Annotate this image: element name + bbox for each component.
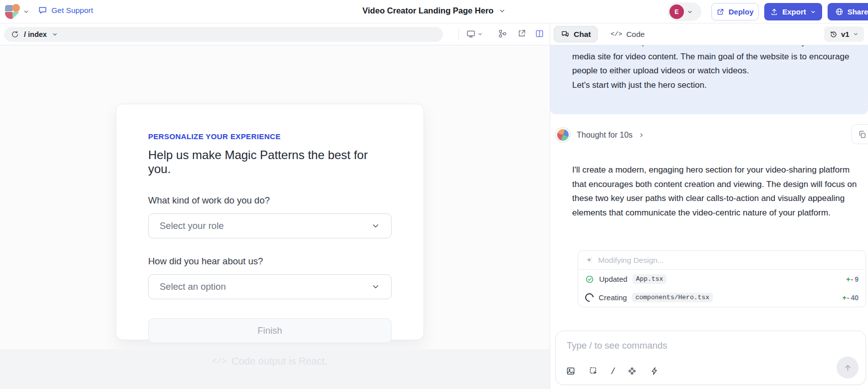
code-tab-label: Code [626, 30, 645, 39]
assistant-avatar [555, 127, 571, 143]
logo-shape [12, 12, 19, 19]
history-icon [830, 30, 838, 38]
chat-bubbles-icon [561, 30, 570, 39]
file-status: Updated [599, 275, 628, 283]
chat-panel: that lets creators upload and share thei… [550, 45, 868, 389]
thought-toggle[interactable]: Thought for 10s [555, 127, 645, 143]
user-message-text: Let's start with just the hero section. [572, 78, 854, 93]
thought-chevron-right-icon [639, 132, 645, 138]
role-select[interactable]: Select your role [148, 213, 392, 238]
deploy-button[interactable]: Deploy [711, 3, 759, 20]
sparkle-icon [585, 256, 593, 264]
magic-patterns-logo[interactable] [5, 4, 20, 19]
external-link-icon [716, 8, 724, 16]
referral-select[interactable]: Select an option [148, 274, 392, 299]
file-row[interactable]: Creating components/Hero.tsx + - 40 [578, 288, 866, 307]
route-bar[interactable]: / index [4, 27, 443, 42]
spinner-icon [584, 292, 596, 304]
diff-count: 9 [855, 275, 859, 283]
logo-shape [5, 12, 12, 19]
route-path: / index [24, 30, 47, 38]
file-progress-card: Modifying Design... Updated App.tsx + - … [578, 250, 866, 307]
deploy-label: Deploy [728, 7, 753, 16]
thought-label: Thought for 10s [577, 131, 633, 140]
share-button[interactable]: Share [828, 3, 868, 20]
version-selector[interactable]: v1 [824, 26, 864, 42]
component-tree-icon [498, 29, 507, 38]
select-element-button[interactable] [589, 366, 599, 376]
copy-message-button[interactable] [852, 124, 868, 144]
page-title: Video Creator Landing Page Hero [363, 6, 494, 15]
top-bar: Get Support Video Creator Landing Page H… [0, 0, 868, 23]
referral-question-label: How did you hear about us? [148, 256, 392, 267]
modal-eyebrow: PERSONALIZE YOUR EXPERIENCE [148, 132, 392, 141]
code-output-note: </> Code output is React. [116, 356, 424, 367]
logo-shape [5, 5, 12, 11]
personalize-modal: PERSONALIZE YOUR EXPERIENCE Help us make… [116, 104, 424, 340]
canvas-footer: </> Code output is React. [0, 349, 550, 389]
support-chat-bubble-icon [38, 5, 47, 15]
code-output-label: Code output is React. [231, 356, 327, 367]
chat-input-box: / [555, 331, 866, 385]
logo-shape [12, 4, 20, 12]
project-title-group[interactable]: Video Creator Landing Page Hero [363, 6, 506, 15]
globe-icon [835, 7, 844, 16]
attach-image-button[interactable] [566, 366, 576, 376]
upload-icon [770, 8, 778, 16]
get-support-label: Get Support [51, 6, 93, 15]
finish-button[interactable]: Finish [148, 318, 392, 343]
open-in-new-button[interactable] [517, 29, 526, 38]
components-button[interactable] [627, 366, 637, 376]
user-message-text: that lets creators upload and share thei… [572, 45, 854, 78]
send-button[interactable] [837, 357, 859, 379]
role-select-placeholder: Select your role [160, 220, 224, 231]
export-chevron-down-icon [810, 9, 816, 15]
open-in-new-icon [517, 29, 526, 38]
title-chevron-down-icon [498, 7, 505, 14]
toolbar: / index Chat </> Code [0, 23, 868, 45]
export-button[interactable]: Export [764, 3, 822, 20]
split-layout-button[interactable] [535, 29, 544, 38]
columns-layout-icon [535, 29, 544, 38]
file-name-chip: App.tsx [633, 274, 667, 284]
share-label: Share [848, 7, 868, 16]
version-label: v1 [841, 30, 850, 38]
quick-actions-button[interactable] [650, 367, 659, 376]
diff-removed: - [847, 294, 850, 302]
file-row[interactable]: Updated App.tsx + - 9 [578, 270, 866, 288]
progress-header: Modifying Design... [578, 251, 866, 270]
user-message: that lets creators upload and share thei… [550, 45, 868, 114]
get-support-button[interactable]: Get Support [38, 5, 93, 15]
diff-removed: - [851, 275, 854, 283]
tab-code[interactable]: </> Code [606, 26, 650, 42]
diff-count: 40 [851, 294, 859, 302]
file-status: Creating [599, 293, 627, 302]
refresh-icon[interactable] [11, 30, 19, 38]
progress-header-label: Modifying Design... [598, 256, 664, 265]
workspace-chevron-down-icon[interactable] [23, 8, 29, 15]
device-chevron-down-icon [477, 31, 483, 37]
slash-command-button[interactable]: / [612, 366, 614, 377]
device-preview-button[interactable] [466, 29, 483, 39]
tab-chat[interactable]: Chat [554, 26, 598, 42]
component-tree-button[interactable] [498, 29, 507, 38]
toolbar-divider [458, 28, 459, 40]
composer-tools: / [566, 366, 659, 377]
select-chevron-down-icon [371, 221, 380, 230]
diff-added: + [846, 275, 850, 283]
chat-input[interactable] [567, 340, 806, 351]
version-chevron-down-icon [853, 31, 859, 37]
file-name-chip: components/Hero.tsx [632, 293, 713, 302]
route-chevron-down-icon [52, 31, 58, 37]
account-menu[interactable]: E [667, 2, 701, 21]
monitor-icon [466, 29, 476, 39]
preview-canvas: PERSONALIZE YOUR EXPERIENCE Help us make… [0, 45, 550, 389]
referral-select-placeholder: Select an option [160, 281, 226, 292]
code-icon: </> [611, 30, 622, 38]
chat-tab-label: Chat [574, 30, 591, 39]
panel-divider[interactable] [550, 23, 550, 389]
arrow-up-icon [843, 363, 853, 373]
select-chevron-down-icon [371, 282, 380, 291]
role-question-label: What kind of work do you do? [148, 195, 392, 206]
assistant-message: I'll create a modern, engaging hero sect… [572, 163, 866, 220]
